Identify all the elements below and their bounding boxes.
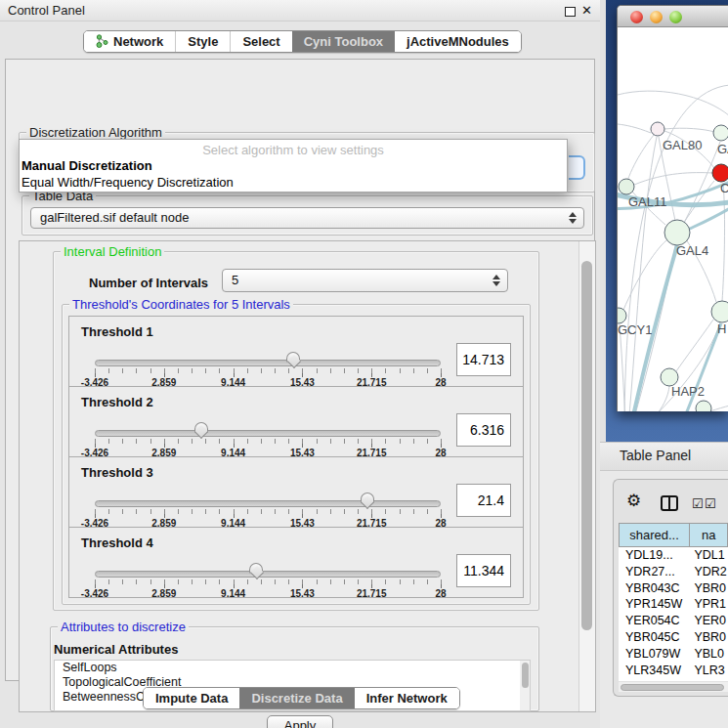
node-ga[interactable] — [713, 125, 728, 141]
table-row[interactable]: YBR043CYBR0 — [619, 580, 728, 597]
group-title: Discretization Algorithm — [26, 125, 165, 140]
tab-infer-network[interactable]: Infer Network — [355, 688, 459, 708]
tab-style[interactable]: Style — [175, 31, 230, 52]
node-h[interactable] — [711, 301, 728, 322]
table-row[interactable]: YIL052CYIL0 — [619, 678, 728, 681]
cell: YDL19... — [619, 547, 690, 564]
cell: YER0 — [690, 613, 728, 629]
number-of-intervals-combobox[interactable]: 5 — [222, 269, 508, 292]
bottom-tabbar: Impute Data Discretize Data Infer Networ… — [143, 687, 460, 709]
threshold-3-slider-track[interactable] — [95, 500, 441, 507]
threshold-2-value-field[interactable] — [456, 413, 511, 447]
close-icon[interactable]: ✕ — [581, 3, 592, 18]
threshold-4-slider-thumb[interactable] — [249, 563, 265, 581]
number-of-intervals-label: Number of Intervals — [89, 276, 208, 290]
stepper-arrows-icon — [569, 212, 577, 224]
group-title: Attributes to discretize — [58, 620, 189, 634]
tick-label: 2.859 — [151, 588, 176, 599]
threshold-1-value-field[interactable] — [456, 343, 511, 376]
algorithm-dropdown-popup: Select algorithm to view settings Manual… — [19, 139, 568, 193]
table-row[interactable]: YBL079WYBL0 — [619, 646, 728, 663]
threshold-4-value-field[interactable] — [456, 554, 511, 587]
tick-label: -3.426 — [81, 588, 108, 599]
popup-item-manual-discretization[interactable]: Manual Discretization — [20, 157, 567, 174]
close-traffic-light-icon[interactable] — [630, 11, 643, 23]
table-row[interactable]: YLR345WYLR3 — [619, 663, 728, 679]
list-item[interactable]: SelfLoops — [55, 661, 530, 675]
checkbox-icon[interactable]: ☑ — [705, 496, 716, 511]
algorithm-combo-focus-fragment[interactable] — [569, 155, 585, 180]
checkbox-icon[interactable]: ☑ — [692, 496, 704, 511]
table-data-combobox[interactable]: galFiltered.sif default node — [30, 207, 584, 229]
slider-minor-ticks — [95, 579, 443, 584]
cyni-toolbox-panel: Discretization Algorithm Select algorith… — [5, 59, 595, 681]
node-gal80[interactable] — [651, 122, 664, 136]
threshold-label: Threshold 2 — [81, 395, 153, 409]
threshold-3-value-field[interactable] — [456, 484, 511, 517]
table-row[interactable]: YDL19...YDL1 — [619, 547, 728, 564]
stepper-arrows-icon — [492, 275, 500, 286]
node-label: GA — [717, 142, 728, 156]
slider-minor-ticks — [95, 439, 443, 444]
cell: YDR2 — [690, 564, 728, 580]
cell: YLR345W — [619, 663, 690, 679]
threshold-1-slider-thumb[interactable] — [286, 352, 302, 370]
node-gcy1[interactable] — [618, 308, 626, 323]
table-rows: YDL19...YDL1 YDR27...YDR2 YBR043CYBR0 YP… — [619, 547, 728, 681]
table-row[interactable]: YPR145WYPR1 — [619, 596, 728, 613]
tab-cyni-toolbox[interactable]: Cyni Toolbox — [292, 31, 395, 52]
column-header-name[interactable]: na — [690, 523, 728, 547]
cell: YDR27... — [619, 564, 690, 580]
attributes-list-scrollbar-thumb[interactable] — [522, 663, 529, 688]
node-bottom[interactable] — [696, 401, 711, 411]
column-header-shared-name[interactable]: shared... — [619, 523, 690, 547]
gear-icon[interactable]: ⚙ — [626, 491, 641, 511]
float-window-icon[interactable] — [565, 7, 576, 17]
threshold-4-slider-track[interactable] — [95, 571, 441, 578]
network-canvas[interactable]: GAL80 GA C GAL11 GAL4 GCY1 H HAP2 — [618, 27, 728, 411]
cell: YPR1 — [690, 596, 728, 613]
top-tabbar: Network Style Select Cyni Toolbox jActiv… — [83, 30, 522, 53]
right-region: GAL80 GA C GAL11 GAL4 GCY1 H HAP2 Table … — [600, 0, 728, 728]
cell: YBL0 — [690, 646, 728, 663]
tab-jactivemnodules[interactable]: jActiveMNodules — [395, 31, 521, 52]
tab-label: Network — [113, 34, 163, 49]
table-row[interactable]: YBR045CYBR0 — [619, 629, 728, 646]
tick-label: 9.144 — [221, 588, 245, 599]
settings-scrollbar-thumb[interactable] — [581, 261, 592, 630]
table-row[interactable]: YER054CYER0 — [619, 613, 728, 629]
table-horizontal-scrollbar-thumb[interactable] — [621, 684, 724, 691]
tab-impute-data[interactable]: Impute Data — [144, 688, 239, 708]
threshold-2-panel: Threshold 2 -3.4262.8599.14415.4321.7152… — [68, 386, 524, 457]
group-title: Interval Definition — [61, 244, 164, 259]
cell: YLR3 — [690, 663, 728, 679]
apply-button[interactable]: Apply — [267, 715, 333, 728]
tab-network[interactable]: Network — [84, 31, 175, 52]
network-window-titlebar[interactable] — [618, 6, 728, 27]
network-graph: GAL80 GA C GAL11 GAL4 GCY1 H HAP2 — [618, 27, 728, 411]
cell: YPR145W — [619, 596, 690, 613]
node-label: HAP2 — [671, 384, 705, 399]
threshold-2-slider-track[interactable] — [95, 430, 441, 437]
cell: YDL1 — [690, 547, 728, 564]
tab-discretize-data[interactable]: Discretize Data — [239, 688, 354, 708]
node-gal4[interactable] — [664, 220, 690, 245]
node-label: GAL11 — [628, 194, 667, 209]
node-red-selected[interactable] — [712, 164, 728, 182]
cell: YBL079W — [619, 646, 690, 663]
zoom-traffic-light-icon[interactable] — [669, 11, 682, 23]
cell: YIL052C — [619, 678, 690, 681]
split-columns-icon[interactable] — [661, 495, 678, 511]
popup-item-equal-width-frequency[interactable]: Equal Width/Frequency Discretization — [20, 174, 567, 191]
panel-title: Control Panel — [8, 3, 85, 18]
network-edges — [618, 85, 728, 411]
slider-tick-labels: -3.4262.8599.14415.4321.71528 — [95, 588, 441, 600]
threshold-3-slider-thumb[interactable] — [361, 492, 376, 511]
threshold-1-slider-track[interactable] — [95, 360, 441, 366]
threshold-2-slider-thumb[interactable] — [194, 422, 210, 441]
table-row[interactable]: YDR27...YDR2 — [619, 564, 728, 580]
node-gal11[interactable] — [619, 179, 634, 194]
minimize-traffic-light-icon[interactable] — [650, 11, 663, 23]
tick-label: 15.43 — [290, 588, 315, 599]
tab-select[interactable]: Select — [230, 31, 291, 52]
